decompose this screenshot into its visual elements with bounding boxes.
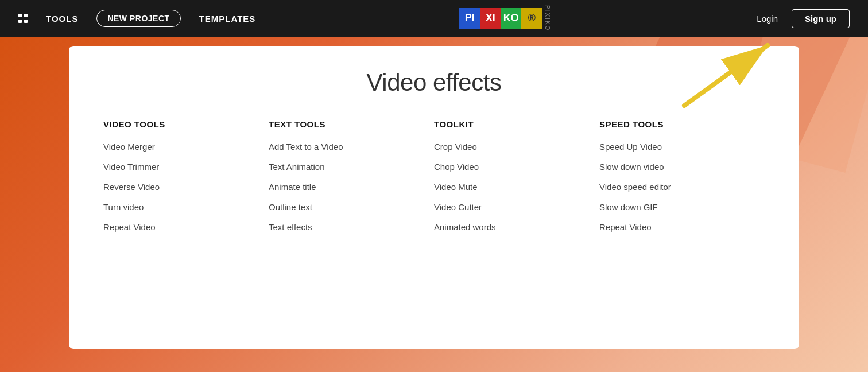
column-toolkit: TOOLKIT Crop Video Chop Video Video Mute… [434, 119, 599, 241]
video-merger-item[interactable]: Video Merger [103, 141, 269, 153]
navbar: TOOLS NEW PROJECT TEMPLATES PI XI KO ® P… [0, 0, 868, 37]
columns-container: VIDEO TOOLS Video Merger Video Trimmer R… [103, 119, 765, 241]
navbar-left: TOOLS NEW PROJECT TEMPLATES [18, 10, 255, 27]
video-speed-editor-item[interactable]: Video speed editor [599, 181, 765, 193]
login-button[interactable]: Login [757, 14, 778, 24]
column-speed-tools: SPEED TOOLS Speed Up Video Slow down vid… [599, 119, 765, 241]
logo-box-reg: ® [521, 8, 542, 29]
logo[interactable]: PI XI KO ® PIXIKO [459, 4, 553, 32]
page-title: Video effects [103, 69, 765, 96]
video-tools-header: VIDEO TOOLS [103, 119, 269, 129]
turn-video-item[interactable]: Turn video [103, 201, 269, 213]
text-effects-item[interactable]: Text effects [269, 221, 434, 233]
text-animation-item[interactable]: Text Animation [269, 161, 434, 173]
navbar-center: PI XI KO ® PIXIKO [255, 4, 757, 32]
column-video-tools: VIDEO TOOLS Video Merger Video Trimmer R… [103, 119, 269, 241]
video-mute-item[interactable]: Video Mute [434, 181, 599, 193]
slow-down-video-item[interactable]: Slow down video [599, 161, 765, 173]
reverse-video-item[interactable]: Reverse Video [103, 181, 269, 193]
logo-box-xi: XI [480, 8, 501, 29]
chop-video-item[interactable]: Chop Video [434, 161, 599, 173]
animate-title-item[interactable]: Animate title [269, 181, 434, 193]
text-tools-header: TEXT TOOLS [269, 119, 434, 129]
new-project-button[interactable]: NEW PROJECT [96, 10, 180, 27]
logo-side: PIXIKO [542, 4, 553, 32]
templates-label[interactable]: TEMPLATES [199, 14, 256, 24]
outline-text-item[interactable]: Outline text [269, 201, 434, 213]
repeat-video-item[interactable]: Repeat Video [103, 221, 269, 233]
main-card: Video effects VIDEO TOOLS Video Merger V… [69, 46, 799, 349]
speed-tools-header: SPEED TOOLS [599, 119, 765, 129]
video-trimmer-item[interactable]: Video Trimmer [103, 161, 269, 173]
logo-box-ko: KO [501, 8, 521, 29]
repeat-video-speed-item[interactable]: Repeat Video [599, 221, 765, 233]
grid-icon[interactable] [18, 14, 28, 23]
slow-down-gif-item[interactable]: Slow down GIF [599, 201, 765, 213]
signup-button[interactable]: Sign up [792, 9, 850, 28]
column-text-tools: TEXT TOOLS Add Text to a Video Text Anim… [269, 119, 434, 241]
add-text-item[interactable]: Add Text to a Video [269, 141, 434, 153]
toolkit-header: TOOLKIT [434, 119, 599, 129]
animated-words-item[interactable]: Animated words [434, 221, 599, 233]
logo-box-pi: PI [459, 8, 480, 29]
tools-label: TOOLS [46, 14, 78, 24]
navbar-right: Login Sign up [757, 9, 850, 28]
speed-up-video-item[interactable]: Speed Up Video [599, 141, 765, 153]
crop-video-item[interactable]: Crop Video [434, 141, 599, 153]
video-cutter-item[interactable]: Video Cutter [434, 201, 599, 213]
